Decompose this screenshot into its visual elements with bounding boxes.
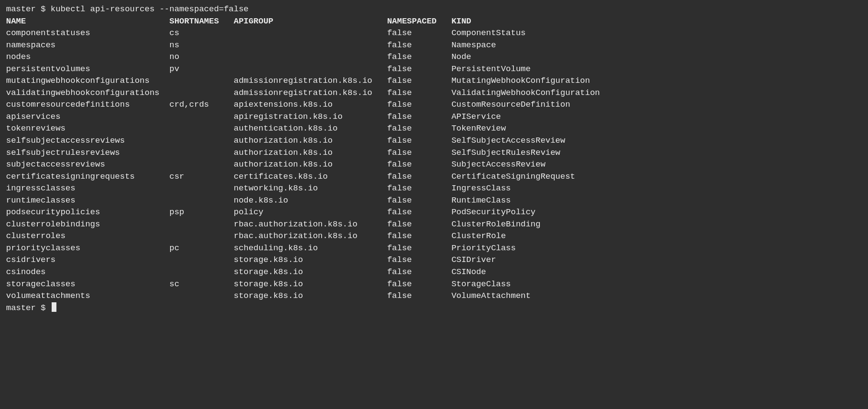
table-row: podsecuritypolicies psp policy false Pod… [6,206,862,219]
terminal-output[interactable]: master $ kubectl api-resources --namespa… [6,3,862,314]
table-row: tokenreviews authentication.k8s.io false… [6,123,862,135]
table-row: certificatesigningrequests csr certifica… [6,171,862,183]
table-row: componentstatuses cs false ComponentStat… [6,27,862,39]
table-row: selfsubjectrulesreviews authorization.k8… [6,147,862,159]
cursor-icon [52,302,56,312]
table-row: volumeattachments storage.k8s.io false V… [6,290,862,302]
table-row: namespaces ns false Namespace [6,39,862,52]
command-line: master $ kubectl api-resources --namespa… [6,3,862,16]
table-row: runtimeclasses node.k8s.io false Runtime… [6,195,862,207]
table-row: selfsubjectaccessreviews authorization.k… [6,135,862,147]
table-row: csinodes storage.k8s.io false CSINode [6,266,862,278]
table-row: nodes no false Node [6,51,862,63]
table-row: persistentvolumes pv false PersistentVol… [6,63,862,75]
table-row: apiservices apiregistration.k8s.io false… [6,111,862,123]
table-header-row: NAME SHORTNAMES APIGROUP NAMESPACED KIND [6,16,862,28]
prompt-text: master $ [6,303,51,313]
table-row: validatingwebhookconfigurations admissio… [6,87,862,99]
table-row: csidrivers storage.k8s.io false CSIDrive… [6,254,862,266]
table-row: mutatingwebhookconfigurations admissionr… [6,75,862,87]
table-row: subjectaccessreviews authorization.k8s.i… [6,159,862,171]
next-prompt[interactable]: master $ [6,302,862,314]
table-row: storageclasses sc storage.k8s.io false S… [6,278,862,291]
table-row: clusterrolebindings rbac.authorization.k… [6,219,862,231]
table-row: ingressclasses networking.k8s.io false I… [6,183,862,195]
table-row: clusterroles rbac.authorization.k8s.io f… [6,230,862,242]
api-resources-table: NAME SHORTNAMES APIGROUP NAMESPACED KIND… [6,16,862,302]
table-row: customresourcedefinitions crd,crds apiex… [6,99,862,111]
table-row: priorityclasses pc scheduling.k8s.io fal… [6,242,862,255]
